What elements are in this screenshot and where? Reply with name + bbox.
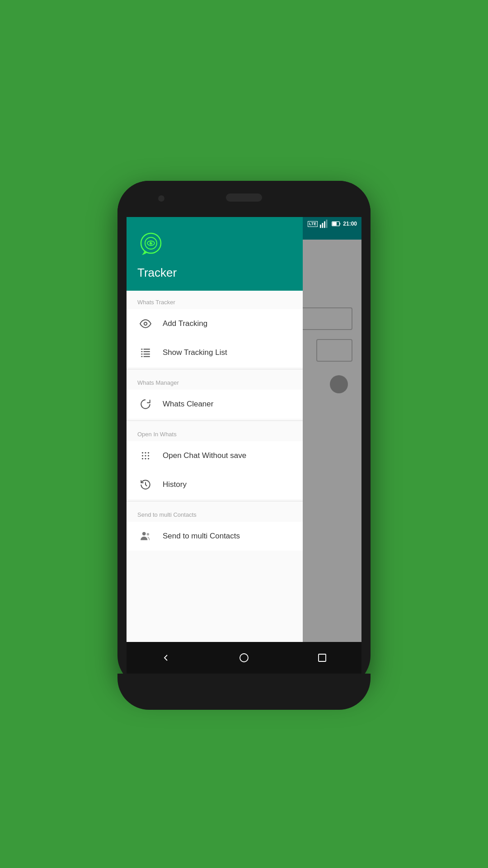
svg-rect-3	[326, 220, 328, 228]
svg-point-31	[147, 533, 149, 535]
svg-rect-13	[141, 349, 142, 349]
drawer-header: Tracker	[127, 217, 303, 291]
svg-rect-16	[144, 351, 150, 352]
home-button[interactable]	[236, 650, 252, 666]
back-button[interactable]	[158, 650, 174, 666]
svg-rect-14	[144, 349, 150, 349]
bg-icon	[330, 375, 348, 393]
divider-1	[127, 369, 303, 369]
section-header-open-in-whats: Open In Whats	[127, 423, 303, 441]
eye-icon	[137, 316, 154, 332]
screen: LTE 21:00	[127, 217, 361, 642]
svg-point-23	[148, 452, 149, 453]
add-tracking-label: Add Tracking	[163, 319, 207, 328]
svg-point-22	[145, 452, 146, 453]
svg-point-12	[144, 322, 147, 326]
lte-indicator: LTE	[308, 221, 318, 227]
bg-button2	[316, 339, 352, 362]
refresh-icon	[137, 396, 154, 412]
phone-top-bar	[117, 181, 371, 217]
speaker	[226, 193, 262, 202]
menu-item-open-chat[interactable]: Open Chat Without save	[127, 441, 303, 470]
svg-rect-17	[141, 354, 142, 354]
menu-item-show-tracking-list[interactable]: Show Tracking List	[127, 338, 303, 367]
svg-rect-0	[320, 225, 321, 228]
signal-icon	[319, 219, 329, 229]
divider-3	[127, 501, 303, 501]
svg-rect-2	[324, 222, 325, 228]
svg-point-30	[142, 532, 146, 536]
svg-point-21	[142, 452, 143, 453]
list-icon	[137, 344, 154, 361]
front-camera	[158, 195, 164, 202]
menu-item-send-multi-contacts[interactable]: Send to multi Contacts	[127, 522, 303, 551]
svg-rect-15	[141, 351, 142, 352]
menu-item-history[interactable]: History	[127, 470, 303, 499]
svg-point-28	[145, 458, 146, 459]
svg-rect-5	[340, 223, 341, 225]
status-time: 21:00	[343, 221, 357, 227]
svg-point-29	[148, 458, 149, 459]
svg-point-32	[240, 654, 248, 662]
menu-item-whats-cleaner[interactable]: Whats Cleaner	[127, 390, 303, 419]
send-multi-contacts-label: Send to multi Contacts	[163, 532, 240, 541]
section-header-whats-tracker: Whats Tracker	[127, 291, 303, 309]
svg-point-11	[151, 242, 152, 243]
svg-rect-33	[319, 654, 326, 661]
recent-button[interactable]	[314, 650, 330, 666]
svg-point-27	[142, 458, 143, 459]
svg-point-25	[145, 455, 146, 456]
section-header-send-multi: Send to multi Contacts	[127, 503, 303, 522]
navigation-bar	[127, 642, 361, 674]
svg-point-26	[148, 455, 149, 456]
app-logo	[137, 231, 164, 258]
dialpad-icon	[137, 448, 154, 464]
svg-rect-20	[144, 356, 150, 357]
svg-rect-1	[322, 223, 324, 228]
phone-bottom-bar	[117, 674, 371, 710]
phone-frame: LTE 21:00	[117, 181, 371, 687]
svg-point-24	[142, 455, 143, 456]
show-tracking-list-label: Show Tracking List	[163, 348, 227, 357]
section-header-whats-manager: Whats Manager	[127, 371, 303, 390]
menu-item-add-tracking[interactable]: Add Tracking	[127, 309, 303, 338]
svg-rect-18	[144, 354, 150, 354]
drawer-body: Whats Tracker Add Tracking	[127, 291, 303, 642]
battery-icon	[331, 219, 341, 229]
whats-cleaner-label: Whats Cleaner	[163, 400, 213, 409]
history-label: History	[163, 480, 187, 489]
svg-rect-19	[141, 356, 142, 357]
open-chat-label: Open Chat Without save	[163, 451, 246, 460]
group-icon	[137, 528, 154, 544]
drawer-title: Tracker	[137, 266, 292, 280]
divider-2	[127, 420, 303, 421]
navigation-drawer: Tracker Whats Tracker Add Tracking	[127, 217, 303, 642]
svg-point-10	[150, 242, 152, 245]
history-icon	[137, 476, 154, 493]
